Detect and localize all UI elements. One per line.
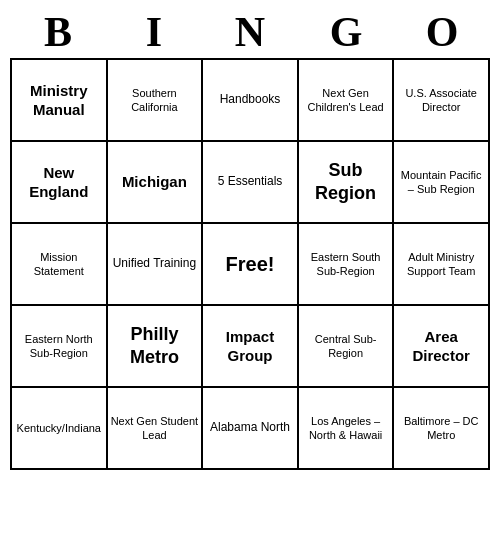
bingo-cell[interactable]: Southern California <box>108 60 204 142</box>
bingo-card: B I N G O Ministry ManualSouthern Califo… <box>10 8 490 470</box>
bingo-cell[interactable]: Ministry Manual <box>12 60 108 142</box>
bingo-cell[interactable]: Kentucky/Indiana <box>12 388 108 470</box>
bingo-cell[interactable]: Unified Training <box>108 224 204 306</box>
letter-g: G <box>302 8 390 56</box>
bingo-cell[interactable]: Michigan <box>108 142 204 224</box>
bingo-grid: Ministry ManualSouthern CaliforniaHandbo… <box>10 58 490 470</box>
bingo-cell[interactable]: Alabama North <box>203 388 299 470</box>
bingo-header: B I N G O <box>10 8 490 56</box>
bingo-cell[interactable]: Handbooks <box>203 60 299 142</box>
letter-b: B <box>14 8 102 56</box>
bingo-cell[interactable]: Next Gen Children's Lead <box>299 60 395 142</box>
bingo-cell[interactable]: Adult Ministry Support Team <box>394 224 490 306</box>
bingo-cell[interactable]: Philly Metro <box>108 306 204 388</box>
bingo-cell[interactable]: Sub Region <box>299 142 395 224</box>
bingo-cell[interactable]: Baltimore – DC Metro <box>394 388 490 470</box>
bingo-cell[interactable]: New England <box>12 142 108 224</box>
bingo-cell[interactable]: Eastern South Sub-Region <box>299 224 395 306</box>
bingo-cell[interactable]: Next Gen Student Lead <box>108 388 204 470</box>
bingo-cell[interactable]: Free! <box>203 224 299 306</box>
bingo-cell[interactable]: Area Director <box>394 306 490 388</box>
bingo-cell[interactable]: Central Sub-Region <box>299 306 395 388</box>
bingo-cell[interactable]: Eastern North Sub-Region <box>12 306 108 388</box>
bingo-cell[interactable]: 5 Essentials <box>203 142 299 224</box>
letter-o: O <box>398 8 486 56</box>
letter-i: I <box>110 8 198 56</box>
letter-n: N <box>206 8 294 56</box>
bingo-cell[interactable]: Los Angeles – North & Hawaii <box>299 388 395 470</box>
bingo-cell[interactable]: Impact Group <box>203 306 299 388</box>
bingo-cell[interactable]: U.S. Associate Director <box>394 60 490 142</box>
bingo-cell[interactable]: Mission Statement <box>12 224 108 306</box>
bingo-cell[interactable]: Mountain Pacific – Sub Region <box>394 142 490 224</box>
